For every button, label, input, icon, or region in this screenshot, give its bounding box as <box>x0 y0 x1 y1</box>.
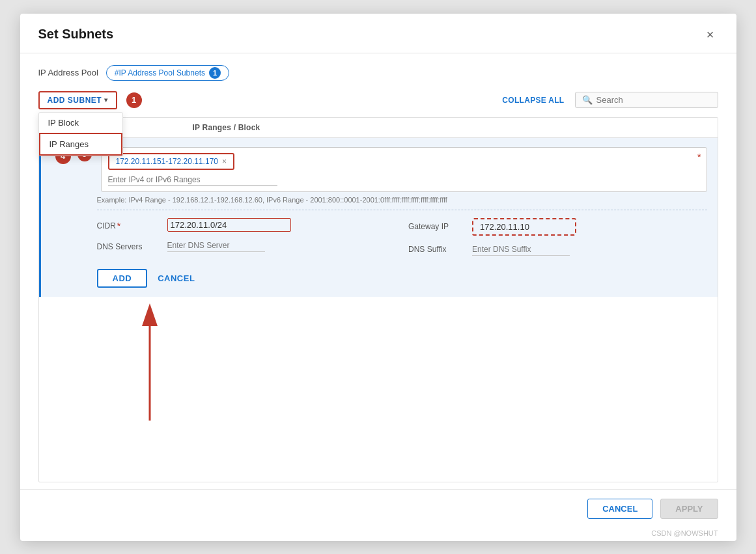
gateway-label: Gateway IP <box>408 222 467 231</box>
step-1-badge: 1 <box>126 92 142 108</box>
col2-header: IP Ranges / Block <box>193 123 707 132</box>
chevron-down-icon: ▾ <box>104 96 108 104</box>
ip-range-input[interactable] <box>108 174 277 186</box>
footer-apply-button: APPLY <box>660 499 718 519</box>
collapse-all-button[interactable]: COLLAPSE ALL <box>502 96 564 105</box>
cidr-input[interactable] <box>167 218 291 232</box>
table-header-row: Block IP Ranges / Block <box>39 118 718 138</box>
dns-suffix-label: DNS Suffix <box>408 245 467 254</box>
set-subnets-modal: Set Subnets × IP Address Pool #IP Addres… <box>20 14 736 541</box>
inline-cancel-button[interactable]: CANCEL <box>158 273 195 283</box>
ip-range-hint: Example: IPv4 Range - 192.168.12.1-192.1… <box>97 196 447 204</box>
ip-pool-badge[interactable]: #IP Address Pool Subnets 1 <box>106 65 229 81</box>
ip-range-remove-button[interactable]: × <box>222 157 227 166</box>
search-box: 🔍 <box>575 92 718 108</box>
toolbar-right: COLLAPSE ALL 🔍 <box>502 92 718 108</box>
footer-cancel-button[interactable]: CANCEL <box>587 499 652 519</box>
ip-range-tag-text: 172.20.11.151-172.20.11.170 <box>116 157 218 166</box>
modal-footer: CANCEL APPLY <box>20 489 736 528</box>
dns-label: DNS Servers <box>97 240 162 251</box>
gateway-input[interactable] <box>472 218 576 236</box>
cidr-label: CIDR * <box>97 218 162 231</box>
search-icon: 🔍 <box>582 95 593 105</box>
required-star: * <box>697 152 701 162</box>
add-cancel-row: ADD CANCEL <box>97 269 707 288</box>
ip-pool-row: IP Address Pool #IP Address Pool Subnets… <box>38 65 718 81</box>
pool-badge-count: 1 <box>209 67 221 79</box>
subnet-row-expanded: 4 3 * <box>39 138 718 297</box>
add-subnet-label: ADD SUBNET <box>48 96 102 105</box>
close-button[interactable]: × <box>703 27 718 42</box>
subnet-table: Block IP Ranges / Block 4 <box>38 117 718 482</box>
svg-marker-1 <box>142 303 158 326</box>
modal-header: Set Subnets × <box>20 14 736 53</box>
ip-range-tag-box: 172.20.11.151-172.20.11.170 × <box>108 153 235 170</box>
dropdown-item-ip-block[interactable]: IP Block <box>39 113 122 133</box>
inline-add-button[interactable]: ADD <box>97 269 148 288</box>
modal-title: Set Subnets <box>38 27 114 42</box>
pool-badge-text: #IP Address Pool Subnets <box>115 68 205 77</box>
add-subnet-dropdown: IP Block IP Ranges <box>38 112 123 156</box>
modal-body: IP Address Pool #IP Address Pool Subnets… <box>20 53 736 489</box>
watermark: CSDN @NOWSHUT <box>20 528 736 541</box>
dropdown-item-ip-ranges[interactable]: IP Ranges <box>39 133 122 156</box>
empty-table-area <box>39 297 718 453</box>
add-subnet-button[interactable]: ADD SUBNET ▾ <box>38 91 117 109</box>
dns-input[interactable] <box>167 240 265 252</box>
red-arrow-indicator <box>124 297 176 427</box>
toolbar-row: ADD SUBNET ▾ 1 IP Block IP Ranges COLLAP… <box>38 91 718 109</box>
search-input[interactable] <box>596 95 711 105</box>
ip-pool-label: IP Address Pool <box>38 68 98 77</box>
dns-suffix-input[interactable] <box>472 243 570 256</box>
